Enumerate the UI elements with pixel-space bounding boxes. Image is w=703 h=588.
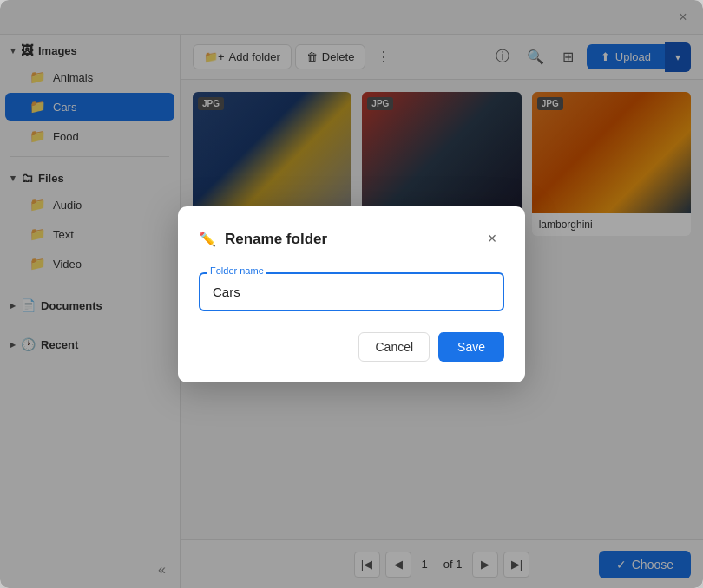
modal-title-row: ✏️ Rename folder	[199, 231, 327, 248]
modal-close-button[interactable]: ×	[480, 227, 504, 252]
folder-name-input[interactable]	[199, 272, 504, 311]
modal-title: Rename folder	[225, 231, 327, 248]
modal-header: ✏️ Rename folder ×	[199, 227, 504, 252]
modal-actions: Cancel Save	[199, 332, 504, 362]
cancel-button[interactable]: Cancel	[358, 332, 430, 362]
edit-icon: ✏️	[199, 231, 216, 247]
app-window: × ▾ 🖼 Images 📁 Animals 📁 Cars 📁 Food	[0, 0, 703, 588]
folder-name-field: Folder name	[199, 272, 504, 311]
folder-name-label: Folder name	[207, 265, 266, 276]
rename-folder-modal: ✏️ Rename folder × Folder name Cancel Sa…	[178, 206, 525, 382]
modal-overlay: ✏️ Rename folder × Folder name Cancel Sa…	[0, 0, 703, 588]
save-button[interactable]: Save	[438, 332, 504, 362]
